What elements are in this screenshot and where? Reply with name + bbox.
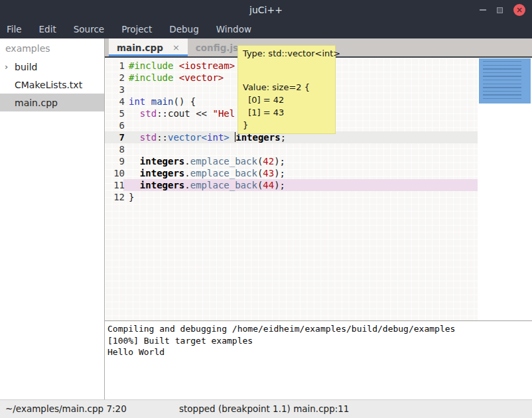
debug-value-tooltip: Type: std::vector<int> Value: size=2 { [… [237,45,336,134]
code-line: integers.emplace_back(43); [129,167,285,179]
line-number: 8 [105,143,125,155]
line-number: 6 [105,119,125,131]
code-token: 42 [263,156,274,167]
code-token [129,168,140,178]
console-output[interactable]: Compiling and debugging /home/eidheim/ex… [105,320,532,399]
code-token: 43 [263,168,274,178]
minimap [479,58,531,104]
code-token: main [151,96,174,107]
code-token [230,132,235,143]
line-number: 7 [105,131,125,143]
line-number: 3 [105,84,125,96]
code-line: int main() { [129,96,196,107]
code-token: #include [129,72,179,83]
code-token: } [129,192,134,202]
code-token: "Hel [212,108,235,119]
juci-window: juCi++ × FileEditSourceProjectDebugWindo… [0,0,532,418]
tab-close-icon[interactable]: × [172,42,180,52]
tree-item-build[interactable]: ›build [0,58,104,76]
code-token: ); [274,180,285,190]
code-token: <iostream> [179,60,235,71]
menu-bar: FileEditSourceProjectDebugWindow [0,20,532,38]
code-token [129,156,140,167]
menu-item-debug[interactable]: Debug [169,21,198,37]
console-line: Compiling and debugging /home/eidheim/ex… [107,323,532,335]
code-token: std [140,108,157,119]
tree-header: examples [0,38,104,58]
tooltip-line: } [243,119,335,131]
line-number: 11 [105,179,125,191]
close-icon[interactable]: × [513,4,525,16]
code-line: } [129,191,134,203]
tab-main-cpp[interactable]: main.cpp× [109,38,188,56]
code-token: emplace_back [190,180,257,190]
code-token: > [224,132,229,143]
status-file-position: ~/examples/main.cpp 7:20 [5,403,127,414]
tooltip-line: [1] = 43 [243,106,335,119]
code-token: vector< [168,132,207,143]
menu-item-project[interactable]: Project [121,21,152,37]
menu-item-edit[interactable]: Edit [39,21,56,37]
console-line: [100%] Built target examples [107,335,532,347]
line-number: 12 [105,191,125,203]
code-line: #include <vector> [129,72,224,84]
code-token: integers [140,180,184,190]
code-token: <vector> [179,72,224,83]
menu-item-window[interactable]: Window [216,21,251,37]
tree-item-label: main.cpp [0,98,58,108]
status-bar: ~/examples/main.cpp 7:20 stopped (breakp… [0,399,532,418]
restore-icon[interactable] [497,7,503,13]
line-number: 4 [105,96,125,107]
code-token: ); [274,168,285,178]
minimize-icon[interactable] [480,9,486,11]
window-titlebar: juCi++ × [0,0,532,20]
project-tree[interactable]: examples ›buildCMakeLists.txtmain.cpp [0,38,105,399]
code-line: integers.emplace_back(44); [129,179,285,191]
line-number: 9 [105,155,125,167]
code-token: integers [140,168,184,178]
code-token [129,180,140,190]
code-token: . [184,180,190,190]
window-title: juCi++ [249,5,283,15]
code-token: int [207,132,224,143]
tab-label: main.cpp [117,42,163,53]
code-token [129,132,140,143]
code-token: std [140,132,157,143]
line-number: 1 [105,60,125,72]
code-token [129,108,140,119]
chevron-right-icon[interactable]: › [5,62,14,72]
code-token: 44 [263,180,274,190]
code-token: ::cout << [157,108,212,119]
code-token: () { [173,96,196,107]
tooltip-line [243,60,335,81]
code-token: . [184,168,190,178]
line-number: 10 [105,167,125,179]
line-number: 2 [105,72,125,84]
window-controls: × [480,0,525,20]
tree-item-main-cpp[interactable]: main.cpp [0,94,104,111]
code-line: integers.emplace_back(42); [129,155,285,167]
console-line: Hello World [107,346,532,358]
tooltip-line: Type: std::vector<int> [243,47,335,60]
menu-item-source[interactable]: Source [74,21,104,37]
code-line: std::cout << "Hel [129,107,235,119]
code-token: emplace_back [190,156,257,167]
menu-item-file[interactable]: File [7,21,22,37]
tree-items: ›buildCMakeLists.txtmain.cpp [0,58,104,111]
tree-item-cmakelists-txt[interactable]: CMakeLists.txt [0,76,104,94]
code-line: #include <iostream> [129,60,235,72]
code-token: :: [157,132,168,143]
status-debug-state: stopped (breakpoint 1.1) main.cpp:11 [179,403,349,414]
tree-item-label: CMakeLists.txt [0,80,82,90]
code-token: integers [140,156,184,167]
code-token: emplace_back [190,168,257,178]
line-number: 5 [105,107,125,119]
code-token: int [129,96,145,107]
tooltip-line: [0] = 42 [243,94,335,106]
code-token: ); [274,156,285,167]
tooltip-line: Value: size=2 { [243,81,335,94]
code-token: #include [129,60,179,71]
code-token [145,96,151,107]
code-token: . [184,156,190,167]
